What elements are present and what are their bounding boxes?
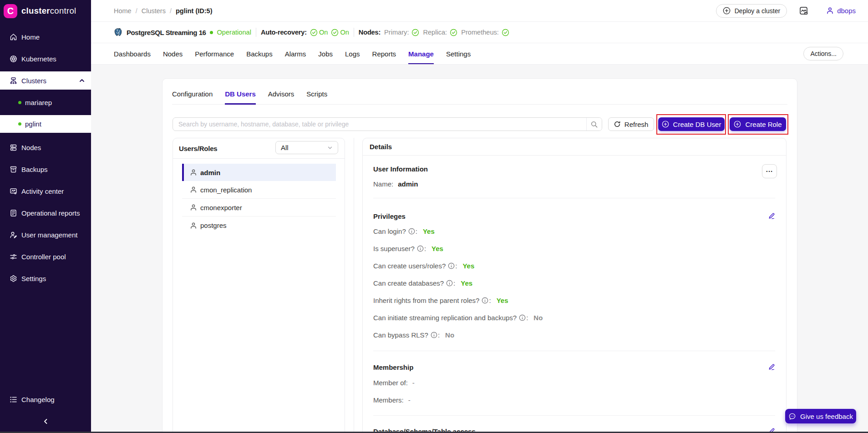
sidebar-item-clusters[interactable]: Clusters	[0, 71, 91, 90]
user-row-cmon-replication[interactable]: cmon_replication	[182, 181, 336, 199]
user-icon	[190, 204, 197, 211]
privilege-label: Can create users/roles?	[373, 262, 446, 270]
create-db-user-button[interactable]: Create DB User	[658, 117, 725, 131]
sidebar-item-label: Nodes	[21, 144, 41, 151]
sidebar-item-changelog[interactable]: Changelog	[0, 390, 91, 408]
tab-manage[interactable]: Manage	[408, 43, 434, 64]
breadcrumb-home[interactable]: Home	[114, 7, 132, 15]
auto-recovery-cluster: On	[310, 29, 328, 36]
search-input[interactable]	[173, 118, 586, 131]
info-circle-icon[interactable]	[446, 280, 453, 287]
details-body: User Information Name: admin Privileges	[363, 165, 786, 433]
sidebar-bottom: Changelog	[0, 388, 91, 433]
create-role-button[interactable]: Create Role	[730, 117, 786, 131]
tab-reports[interactable]: Reports	[372, 43, 396, 64]
node-status-prometheus: Prometheus:	[461, 29, 509, 36]
tab-logs[interactable]: Logs	[345, 43, 360, 64]
sidebar-item-label: Backups	[21, 166, 48, 173]
sidebar-item-backups[interactable]: Backups	[0, 160, 91, 178]
user-row-postgres[interactable]: postgres	[182, 216, 336, 234]
create-db-user-label: Create DB User	[673, 121, 721, 128]
user-management-icon	[10, 231, 17, 239]
brand-logo[interactable]: C clustercontrol	[0, 0, 91, 22]
info-circle-icon[interactable]	[431, 332, 437, 338]
sidebar-subitem-mariarep[interactable]: mariarep	[0, 93, 91, 111]
check-circle-icon	[411, 29, 419, 36]
nodes-icon	[10, 144, 17, 151]
db-users-panels: Users/Roles All admin cmon	[173, 138, 787, 433]
tab-nodes[interactable]: Nodes	[163, 43, 183, 64]
info-circle-icon[interactable]	[417, 245, 424, 252]
brand-name-bold: cluster	[21, 6, 50, 15]
sidebar-item-settings[interactable]: Settings	[0, 269, 91, 287]
plus-circle-icon	[734, 121, 741, 128]
breadcrumb-clusters[interactable]: Clusters	[142, 7, 166, 15]
privilege-value: Yes	[461, 279, 472, 287]
cluster-status-dot	[18, 101, 21, 104]
feedback-label: Give us feedback	[800, 413, 853, 420]
breadcrumb-current: pglint (ID:5)	[176, 7, 213, 15]
clusters-icon	[10, 77, 17, 85]
tab-advisors[interactable]: Advisors	[268, 79, 294, 104]
sidebar-item-user-management[interactable]: User management	[0, 226, 91, 244]
tab-alarms[interactable]: Alarms	[285, 43, 306, 64]
privilege-label: Can create databases?	[373, 279, 444, 287]
check-circle-icon	[310, 29, 318, 36]
info-circle-icon[interactable]	[448, 262, 455, 269]
manage-tabbar: Configuration DB Users Advisors Scripts	[172, 79, 787, 105]
tab-db-users[interactable]: DB Users	[225, 79, 256, 104]
edit-privileges-icon[interactable]	[768, 212, 775, 220]
controller-pool-icon	[10, 253, 17, 261]
backups-icon	[10, 166, 17, 173]
prometheus-label: Prometheus:	[461, 29, 499, 36]
refresh-button[interactable]: Refresh	[608, 117, 654, 131]
plus-circle-icon	[662, 121, 669, 128]
users-roles-header: Users/Roles All	[173, 138, 345, 159]
sidebar-item-activity-center[interactable]: Activity center	[0, 182, 91, 200]
sidebar-item-operational-reports[interactable]: Operational reports	[0, 204, 91, 222]
tab-jobs[interactable]: Jobs	[318, 43, 333, 64]
sidebar-item-controller-pool[interactable]: Controller pool	[0, 247, 91, 266]
more-actions-button[interactable]: ...	[762, 164, 777, 178]
chevron-down-icon	[327, 145, 333, 151]
deploy-cluster-button[interactable]: Deploy a cluster	[716, 4, 787, 18]
colon: :	[453, 279, 455, 287]
sidebar-item-label: Activity center	[21, 187, 64, 195]
sidebar-collapse-button[interactable]	[0, 410, 91, 432]
users-filter-select[interactable]: All	[275, 141, 338, 154]
search-button[interactable]	[586, 118, 602, 131]
user-information-title: User Information	[373, 165, 428, 173]
colon: :	[455, 262, 457, 270]
user-row-admin[interactable]: admin	[182, 164, 336, 181]
info-circle-icon[interactable]	[482, 297, 488, 304]
tab-dashboards[interactable]: Dashboards	[114, 43, 151, 64]
colon: :	[489, 297, 491, 304]
sidebar-item-home[interactable]: Home	[0, 28, 91, 46]
user-row-cmonexporter[interactable]: cmonexporter	[182, 199, 336, 216]
privilege-label: Can bypass RLS?	[373, 331, 428, 339]
user-information-heading: User Information	[373, 165, 775, 173]
tab-scripts[interactable]: Scripts	[306, 79, 327, 104]
sidebar-item-nodes[interactable]: Nodes	[0, 138, 91, 156]
tab-settings[interactable]: Settings	[446, 43, 471, 64]
info-circle-icon[interactable]	[519, 314, 526, 321]
brand-name-light: control	[50, 6, 76, 15]
section-divider	[373, 198, 775, 198]
tab-configuration[interactable]: Configuration	[172, 79, 213, 104]
monitor-preview-icon[interactable]	[799, 6, 809, 16]
sidebar-subitem-pglint[interactable]: pglint	[0, 115, 91, 133]
members-row: Members: -	[373, 391, 775, 408]
check-circle-icon	[331, 29, 339, 36]
tab-performance[interactable]: Performance	[195, 43, 234, 64]
user-menu[interactable]: dbops	[826, 7, 856, 15]
privilege-row-can-initiate-replication: Can initiate streaming replication and b…	[373, 309, 775, 326]
sidebar-item-kubernetes[interactable]: Kubernetes	[0, 50, 91, 68]
info-circle-icon[interactable]	[408, 228, 415, 235]
cluster-name: PostgreSQL Streaming 16	[127, 29, 206, 36]
edit-membership-icon[interactable]	[768, 363, 775, 371]
tab-backups[interactable]: Backups	[246, 43, 273, 64]
user-name: admin	[200, 169, 220, 176]
actions-button[interactable]: Actions...	[803, 47, 843, 60]
feedback-button[interactable]: Give us feedback	[785, 409, 856, 423]
search-icon	[591, 121, 598, 128]
